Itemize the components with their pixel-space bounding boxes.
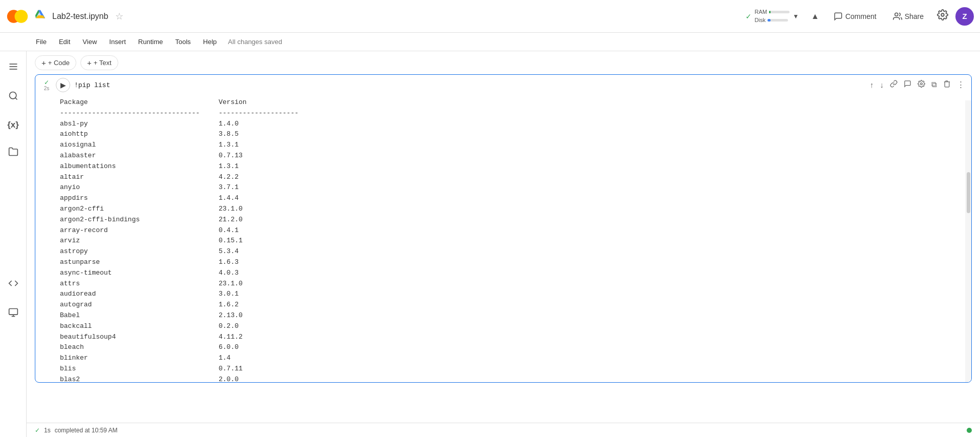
svg-point-1 [15, 10, 28, 23]
package-row: aiohttp3.8.5 [60, 129, 967, 140]
sidebar-icon-files[interactable] [4, 142, 23, 163]
notebook-area: + + Code + + Text ✓ 2s ▶ !pip list [27, 51, 980, 437]
output-scroll-thumb[interactable] [967, 172, 970, 213]
package-row: blis0.7.11 [60, 364, 967, 374]
package-row: async-timeout4.0.3 [60, 268, 967, 279]
package-row: albumentations1.3.1 [60, 161, 967, 172]
package-row: argon2-cffi-bindings21.2.0 [60, 215, 967, 225]
left-sidebar: {x} [0, 51, 27, 437]
topbar: Lab2-test.ipynb ☆ ✓ RAM Disk ▼ ▲ Comment… [0, 0, 980, 33]
package-row: blinker1.4 [60, 353, 967, 364]
resource-dropdown-icon[interactable]: ▼ [793, 13, 799, 20]
package-row: altair4.2.2 [60, 172, 967, 183]
cell-container: ✓ 2s ▶ !pip list ↑ ↓ [35, 74, 972, 383]
star-icon[interactable]: ☆ [115, 11, 123, 22]
ram-disk-info: RAM Disk [755, 8, 790, 24]
package-row: blas22.0.0 [60, 374, 967, 382]
pkg-header: Package [60, 97, 219, 108]
svg-rect-13 [9, 309, 17, 315]
collapse-btn[interactable]: ▲ [807, 10, 823, 23]
output-scrollbar[interactable] [965, 100, 971, 382]
sidebar-icon-search[interactable] [4, 87, 23, 108]
package-row: backcall0.2.0 [60, 321, 967, 332]
output-header: Package Version [60, 97, 967, 108]
package-list: absl-py1.4.0aiohttp3.8.5aiosignal1.3.1al… [60, 119, 967, 382]
package-row: astunparse1.6.3 [60, 257, 967, 268]
package-row: argon2-cffi23.1.0 [60, 204, 967, 215]
svg-point-6 [894, 13, 898, 16]
package-row: audioread3.0.1 [60, 289, 967, 300]
plus-code-icon: + [41, 58, 46, 67]
comment-btn[interactable]: Comment [827, 9, 883, 24]
package-row: alabaster0.7.13 [60, 151, 967, 161]
run-btn[interactable]: ▶ [56, 78, 70, 92]
package-row: Babel2.13.0 [60, 310, 967, 321]
menu-edit[interactable]: Edit [54, 36, 75, 48]
status-bar: ✓ 1s completed at 10:59 AM [27, 423, 980, 437]
output-separator: ----------------------------------- ----… [60, 108, 967, 119]
cell-header: ✓ 2s ▶ !pip list ↑ ↓ [35, 75, 971, 95]
more-options-icon[interactable]: ⋮ [954, 78, 967, 91]
menu-runtime[interactable]: Runtime [133, 36, 168, 48]
menu-insert[interactable]: Insert [104, 36, 131, 48]
mirror-icon[interactable]: ⧉ [929, 78, 940, 91]
menu-tools[interactable]: Tools [170, 36, 196, 48]
package-row: anyio3.7.1 [60, 182, 967, 193]
drive-icon [35, 9, 46, 23]
settings-icon[interactable] [934, 6, 951, 27]
menu-view[interactable]: View [77, 36, 102, 48]
svg-line-12 [15, 98, 17, 100]
all-changes-saved: All changes saved [228, 38, 282, 46]
sidebar-icon-terminal[interactable] [4, 303, 23, 324]
cell-toolbar-row: + + Code + + Text [27, 51, 980, 72]
package-row: beautifulsoup44.11.2 [60, 332, 967, 343]
add-code-btn[interactable]: + + Code [35, 55, 76, 70]
add-text-btn[interactable]: + + Text [80, 55, 118, 70]
sidebar-icon-code[interactable] [4, 274, 23, 295]
menu-file[interactable]: File [31, 36, 52, 48]
menu-help[interactable]: Help [198, 36, 222, 48]
resource-check-icon: ✓ [745, 12, 752, 20]
ver-header: Version [219, 97, 247, 108]
package-row: attrs23.1.0 [60, 279, 967, 289]
svg-point-16 [921, 83, 923, 85]
cell-run-indicator: ✓ 2s [39, 79, 54, 91]
share-label: Share [905, 12, 924, 20]
main-layout: {x} + + Code + + Text [0, 51, 980, 437]
plus-text-icon: + [87, 58, 92, 67]
user-avatar[interactable]: Z [955, 7, 974, 26]
share-btn[interactable]: Share [887, 9, 930, 24]
link-icon[interactable] [887, 78, 900, 91]
output-area: Package Version ------------------------… [35, 95, 971, 382]
status-check-icon: ✓ [35, 427, 40, 434]
cell-actions: ↑ ↓ ⧉ ⋮ [867, 78, 967, 91]
notebook-title[interactable]: Lab2-test.ipynb [52, 12, 108, 21]
package-row: appdirs1.4.4 [60, 193, 967, 204]
sidebar-icon-toc[interactable] [4, 57, 23, 78]
package-row: astropy5.3.4 [60, 246, 967, 257]
svg-point-11 [9, 92, 16, 99]
move-up-icon[interactable]: ↑ [867, 78, 877, 91]
menubar: File Edit View Insert Runtime Tools Help… [0, 33, 980, 51]
sidebar-icon-variable[interactable]: {x} [3, 116, 23, 134]
delete-cell-icon[interactable] [941, 78, 953, 91]
svg-point-7 [941, 13, 944, 16]
status-dot [967, 428, 972, 433]
status-completed: completed at 10:59 AM [55, 427, 118, 434]
cell-input[interactable]: !pip list [74, 81, 110, 89]
cell-check-icon: ✓ [44, 79, 49, 86]
package-row: aiosignal1.3.1 [60, 140, 967, 151]
status-time: 1s [44, 427, 51, 434]
colab-logo [6, 5, 29, 28]
cell-exec-time: 2s [44, 86, 50, 91]
comment-cell-icon[interactable] [901, 78, 914, 91]
move-down-icon[interactable]: ↓ [878, 78, 887, 91]
package-row: bleach6.0.0 [60, 342, 967, 353]
comment-label: Comment [845, 12, 877, 20]
package-row: arviz0.15.1 [60, 236, 967, 246]
package-row: array-record0.4.1 [60, 225, 967, 236]
package-row: autograd1.6.2 [60, 300, 967, 310]
resource-widget: ✓ RAM Disk ▼ [745, 8, 799, 24]
package-row: absl-py1.4.0 [60, 119, 967, 130]
cell-settings-icon[interactable] [915, 78, 928, 91]
